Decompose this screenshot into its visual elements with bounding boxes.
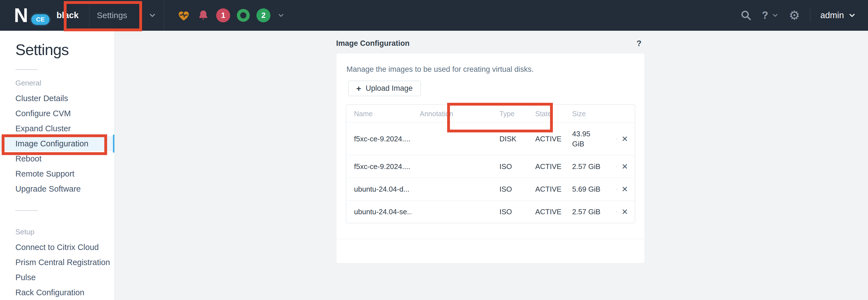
user-menu[interactable]: admin — [820, 10, 856, 21]
sidebar-item-connect-citrix-cloud[interactable]: Connect to Citrix Cloud — [0, 240, 114, 255]
column-header-name: Name — [346, 105, 412, 123]
image-size: 2.57 GiB — [564, 155, 606, 178]
table-row: ubuntu-24.04-se... ISO ACTIVE 2.57 GiB ·… — [346, 201, 635, 223]
sidebar-item-rack-configuration[interactable]: Rack Configuration — [0, 285, 114, 300]
sidebar-divider — [16, 210, 38, 211]
sidebar-item-image-configuration[interactable]: Image Configuration — [0, 136, 114, 151]
sidebar-item-configure-cvm[interactable]: Configure CVM — [0, 106, 114, 121]
column-header-state: State — [527, 105, 564, 123]
sidebar-item-prism-central-registration[interactable]: Prism Central Registration — [0, 255, 114, 270]
image-annotation — [412, 123, 492, 155]
tasks-ring-icon[interactable] — [237, 9, 250, 22]
sidebar-item-pulse[interactable]: Pulse — [0, 270, 114, 285]
settings-nav-dropdown[interactable]: Settings — [89, 0, 164, 31]
row-actions: · ✕ — [614, 207, 628, 216]
image-annotation — [412, 178, 492, 201]
sidebar-item-reboot[interactable]: Reboot — [0, 151, 114, 166]
image-size: 2.57 GiB — [564, 201, 606, 223]
action-separator-dot: · — [616, 208, 618, 215]
sidebar-section-label-setup: Setup — [16, 228, 114, 236]
active-item-indicator — [113, 135, 114, 153]
image-name: f5xc-ce-9.2024.... — [346, 123, 412, 155]
image-size: 5.69 GiB — [564, 178, 606, 201]
column-header-type: Type — [492, 105, 527, 123]
sidebar-title: Settings — [16, 41, 114, 59]
row-actions: · ✕ — [614, 134, 628, 143]
help-icon: ? — [762, 9, 769, 21]
chevron-down-icon — [772, 12, 779, 19]
delete-x-icon[interactable]: ✕ — [622, 162, 628, 171]
panel-help-icon[interactable]: ? — [637, 39, 642, 48]
column-header-size: Size — [564, 105, 606, 123]
gear-icon[interactable]: ⚙ — [789, 9, 800, 22]
cluster-name[interactable]: black — [57, 10, 79, 21]
user-name: admin — [820, 10, 844, 21]
sidebar-section-setup: Connect to Citrix Cloud Prism Central Re… — [0, 240, 114, 300]
row-actions: · ✕ — [614, 162, 628, 171]
sidebar-item-expand-cluster[interactable]: Expand Cluster — [0, 121, 114, 136]
help-menu[interactable]: ? — [762, 9, 779, 21]
image-type: ISO — [492, 201, 527, 223]
main-area: Image Configuration ? Manage the images … — [115, 31, 868, 300]
sidebar-divider — [16, 69, 38, 70]
column-header-actions — [606, 105, 635, 123]
sidebar-item-label: Image Configuration — [16, 139, 88, 148]
alert-count: 1 — [221, 11, 225, 20]
image-configuration-card: Manage the images to be used for creatin… — [336, 53, 645, 263]
sidebar-section-general: Cluster Details Configure CVM Expand Clu… — [0, 91, 114, 196]
table-row: f5xc-ce-9.2024.... ISO ACTIVE 2.57 GiB ·… — [346, 155, 635, 178]
table-row: f5xc-ce-9.2024.... DISK ACTIVE 43.95 GiB… — [346, 123, 635, 155]
settings-sidebar: Settings General Cluster Details Configu… — [0, 31, 115, 300]
delete-x-icon[interactable]: ✕ — [622, 207, 628, 216]
image-annotation — [412, 155, 492, 178]
image-state: ACTIVE — [527, 178, 564, 201]
images-table: Name Annotation Type State Size f5xc-ce-… — [346, 104, 635, 223]
image-type: ISO — [492, 155, 527, 178]
nutanix-n-icon: N — [14, 4, 27, 27]
task-count-badge[interactable]: 2 — [256, 8, 271, 22]
image-state: ACTIVE — [527, 123, 564, 155]
top-bar: N CE black Settings 1 2 — [0, 0, 868, 31]
status-icon-group: 1 2 — [177, 8, 285, 22]
delete-x-icon[interactable]: ✕ — [622, 185, 628, 194]
image-state: ACTIVE — [527, 155, 564, 178]
search-icon[interactable] — [740, 9, 752, 21]
nutanix-logo[interactable]: N CE — [14, 2, 53, 28]
action-separator-dot: · — [616, 186, 618, 193]
alert-count-badge[interactable]: 1 — [216, 8, 230, 22]
ce-badge: CE — [31, 14, 50, 25]
image-annotation — [412, 201, 492, 223]
table-row: ubuntu-24.04-d... ISO ACTIVE 5.69 GiB · … — [346, 178, 635, 201]
sidebar-section-label-general: General — [16, 79, 114, 88]
chevron-down-icon — [848, 11, 856, 20]
action-separator-dot: · — [616, 135, 618, 142]
upload-image-button[interactable]: + Upload Image — [348, 81, 421, 96]
image-type: ISO — [492, 178, 527, 201]
row-actions: · ✕ — [614, 185, 628, 194]
card-description: Manage the images to be used for creatin… — [346, 65, 635, 73]
page: N CE black Settings 1 2 — [0, 0, 868, 300]
column-header-annotation: Annotation — [412, 105, 492, 123]
sidebar-item-upgrade-software[interactable]: Upgrade Software — [0, 181, 114, 196]
image-name: ubuntu-24.04-se... — [346, 201, 412, 223]
topbar-divider — [810, 9, 810, 22]
topbar-right-group: ? ⚙ admin — [740, 9, 857, 22]
image-size: 43.95 GiB — [564, 123, 606, 155]
health-heart-icon[interactable] — [177, 9, 190, 22]
image-state: ACTIVE — [527, 201, 564, 223]
image-name: f5xc-ce-9.2024.... — [346, 155, 412, 178]
image-name: ubuntu-24.04-d... — [346, 178, 412, 201]
page-title: Image Configuration — [336, 39, 410, 48]
settings-nav-dropdown-label: Settings — [97, 11, 127, 20]
delete-x-icon[interactable]: ✕ — [622, 134, 628, 143]
sidebar-item-cluster-details[interactable]: Cluster Details — [0, 91, 114, 106]
upload-image-button-label: Upload Image — [366, 84, 413, 93]
chevron-down-icon[interactable] — [277, 11, 285, 19]
card-footer — [346, 239, 635, 263]
plus-icon: + — [356, 84, 361, 93]
table-header-row: Name Annotation Type State Size — [346, 105, 635, 123]
sidebar-item-remote-support[interactable]: Remote Support — [0, 166, 114, 181]
alerts-bell-icon[interactable] — [197, 9, 210, 22]
image-configuration-panel: Image Configuration ? Manage the images … — [336, 37, 645, 263]
panel-header: Image Configuration ? — [336, 37, 645, 50]
